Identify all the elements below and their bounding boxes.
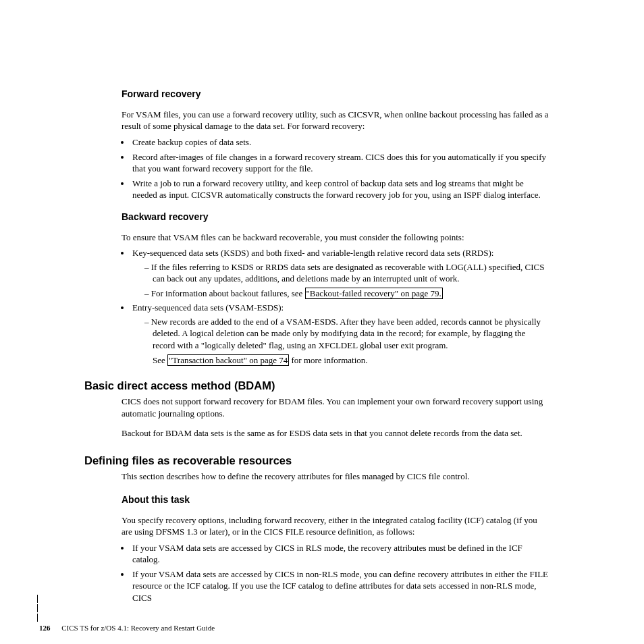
para-backward-intro: To ensure that VSAM files can be backwar…: [122, 232, 549, 244]
sublist: New records are added to the end of a VS…: [132, 316, 549, 366]
list-item: If your VSAM data sets are accessed by C…: [131, 542, 549, 566]
sublist: If the files referring to KSDS or RRDS d…: [132, 261, 549, 300]
list-about: If your VSAM data sets are accessed by C…: [122, 542, 549, 604]
text: For information about backout failures, …: [151, 288, 305, 298]
cross-reference-link[interactable]: "Transaction backout" on page 74: [167, 354, 289, 366]
list-item-text: Entry-sequenced data sets (VSAM-ESDS):: [132, 302, 284, 313]
list-item: Entry-sequenced data sets (VSAM-ESDS): N…: [131, 302, 549, 366]
para-forward-intro: For VSAM files, you can use a forward re…: [122, 109, 549, 132]
heading-bdam: Basic direct access method (BDAM): [84, 378, 549, 393]
text: See: [153, 355, 167, 365]
heading-defining-files: Defining files as recoverable resources: [84, 453, 549, 468]
heading-backward-recovery: Backward recovery: [122, 211, 549, 223]
list-item: Record after-images of file changes in a…: [131, 151, 549, 175]
change-bar-icon: [37, 595, 38, 603]
sublist-item: If the files referring to KSDS or RRDS d…: [144, 261, 549, 285]
change-bar-icon: [37, 604, 38, 612]
page-number: 126: [39, 624, 51, 632]
list-item-text: Key-sequenced data sets (KSDS) and both …: [132, 248, 493, 258]
page-footer: 126 CICS TS for z/OS 4.1: Recovery and R…: [39, 624, 215, 632]
text: New records are added to the end of a VS…: [151, 317, 541, 350]
cross-reference-link[interactable]: "Backout-failed recovery" on page 79.: [305, 288, 443, 299]
heading-about-task: About this task: [122, 493, 549, 506]
list-forward: Create backup copies of data sets. Recor…: [122, 136, 549, 201]
see-note: See "Transaction backout" on page 74 for…: [153, 354, 549, 367]
list-backward: Key-sequenced data sets (KSDS) and both …: [122, 247, 549, 366]
list-item: If your VSAM data sets are accessed by C…: [131, 568, 549, 604]
para-about-intro: You specify recovery options, including …: [122, 514, 549, 538]
footer-text: CICS TS for z/OS 4.1: Recovery and Resta…: [61, 624, 215, 632]
heading-forward-recovery: Forward recovery: [122, 88, 549, 101]
sublist-item: New records are added to the end of a VS…: [144, 316, 549, 366]
list-item: Key-sequenced data sets (KSDS) and both …: [131, 247, 549, 299]
text: for more information.: [289, 355, 367, 365]
list-item: Write a job to run a forward recovery ut…: [131, 178, 549, 201]
para-bdam-1: CICS does not support forward recovery f…: [122, 396, 549, 419]
sublist-item: For information about backout failures, …: [144, 288, 549, 300]
para-defining-intro: This section describes how to define the…: [122, 471, 549, 483]
para-bdam-2: Backout for BDAM data sets is the same a…: [122, 427, 549, 439]
change-bar-icon: [37, 614, 38, 622]
list-item: Create backup copies of data sets.: [131, 136, 549, 149]
